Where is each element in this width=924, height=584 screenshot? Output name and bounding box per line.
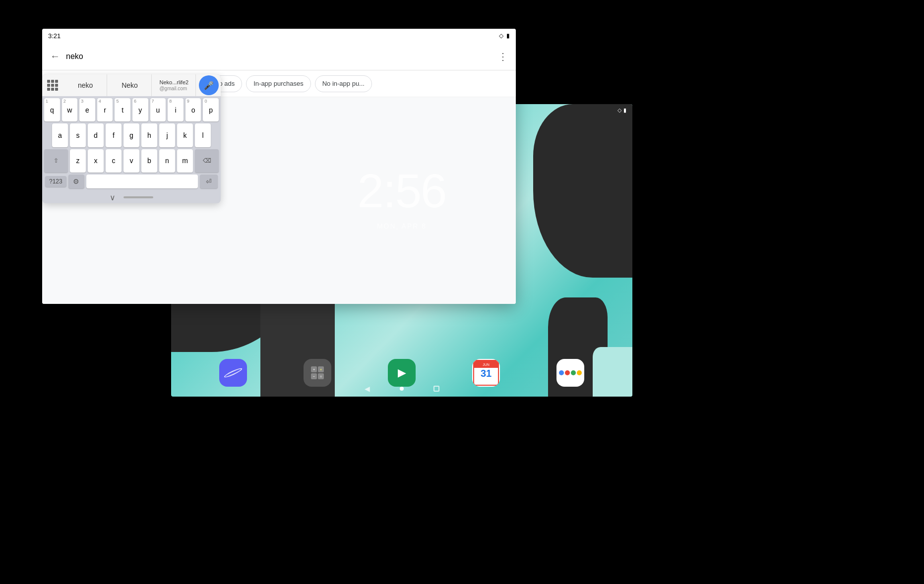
lockscreen-status-icons: ◇ ▮ [617,107,626,114]
keyboard-bottom-row: ?123 ⚙ ⏎ [42,173,221,191]
keyboard-suggestions: neko Neko Neko...rlife2@gmail.com 🎤 [42,74,221,96]
key-y[interactable]: 6y [132,98,148,121]
key-backspace[interactable]: ⌫ [195,149,219,173]
connection-icon: ◇ [617,107,621,114]
dock-icon-play-games[interactable]: ▶ [388,359,416,387]
key-enter[interactable]: ⏎ [200,175,218,188]
key-sym[interactable]: ?123 [45,176,66,187]
keyboard-panel: neko Neko Neko...rlife2@gmail.com 🎤 1q 2… [42,74,221,203]
suggestion-account[interactable]: Neko...rlife2@gmail.com [153,74,196,96]
key-row-2: a s d f g h j k l [44,123,219,147]
battery-icon-play: ▮ [506,32,510,39]
grid-icon [47,80,58,91]
connection-icon-play: ◇ [499,32,503,39]
key-shift[interactable]: ⇧ [44,149,68,173]
wallpaper-blob-3 [533,104,632,278]
dock-icon-saturn[interactable] [219,359,247,387]
key-r[interactable]: 4r [97,98,113,121]
key-settings[interactable]: ⚙ [68,175,84,188]
key-j[interactable]: j [159,123,175,147]
key-w[interactable]: 2w [62,98,78,121]
key-g[interactable]: g [123,123,139,147]
key-i[interactable]: 8i [168,98,184,121]
more-menu-button[interactable]: ⋮ [498,51,508,62]
mic-button[interactable]: 🎤 [199,75,219,95]
lockscreen-status-bar: 2:56 ◇ ▮ [171,104,632,116]
key-x[interactable]: x [88,149,104,173]
key-b[interactable]: b [141,149,157,173]
key-l[interactable]: l [195,123,211,147]
key-f[interactable]: f [106,123,122,147]
key-e[interactable]: 3e [79,98,95,121]
key-v[interactable]: v [123,149,139,173]
clock-time: 2:56 [358,164,446,218]
back-nav-arrow[interactable]: ◀ [365,385,370,393]
filter-chip-in-app[interactable]: In-app purchases [246,75,310,92]
suggestion-neko[interactable]: neko [64,74,107,96]
key-row-1: 1q 2w 3e 4r 5t 6y 7u 8i 9o 0p [44,98,219,121]
key-m[interactable]: m [177,149,193,173]
key-p[interactable]: 0p [203,98,219,121]
key-c[interactable]: c [106,149,122,173]
lockscreen-clock: 2:56 MON, APR 8 [358,164,446,230]
key-s[interactable]: s [70,123,86,147]
key-n[interactable]: n [159,149,175,173]
key-h[interactable]: h [141,123,157,147]
lockscreen-nav-bar: ◀ [171,385,632,393]
play-store-status-bar: 3:21 ◇ ▮ [42,29,516,43]
keyboard-key-rows: 1q 2w 3e 4r 5t 6y 7u 8i 9o 0p a s d f g … [42,96,221,173]
dock-icon-assistant[interactable] [556,359,584,387]
key-space[interactable] [86,175,198,188]
key-k[interactable]: k [177,123,193,147]
key-row-3: ⇧ z x c v b n m ⌫ [44,149,219,173]
key-t[interactable]: 5t [115,98,130,121]
play-store-toolbar: ← neko ⋮ [42,43,516,70]
keyboard-grid-icon[interactable] [42,75,63,96]
mic-icon: 🎤 [204,81,214,90]
key-q[interactable]: 1q [44,98,60,121]
key-z[interactable]: z [70,149,86,173]
keyboard-collapse-row[interactable]: ∨ [42,191,221,203]
clock-date: MON, APR 8 [358,222,446,230]
collapse-bar [123,196,153,198]
key-d[interactable]: d [88,123,104,147]
recents-button[interactable] [433,386,439,392]
home-dot[interactable] [400,387,404,391]
dock-icon-calculator[interactable]: + × − = [304,359,331,387]
suggestion-neko-cap[interactable]: Neko [108,74,151,96]
dock-icon-calendar[interactable]: JUN 31 [472,359,500,387]
collapse-chevron[interactable]: ∨ [110,193,116,202]
filter-chip-no-in-app[interactable]: No in-app pu... [315,75,372,92]
status-time: 3:21 [48,32,61,40]
status-icons-right: ◇ ▮ [499,32,510,39]
key-u[interactable]: 7u [150,98,166,121]
back-button[interactable]: ← [50,51,60,62]
key-o[interactable]: 9o [185,98,201,121]
search-query[interactable]: neko [66,52,492,61]
key-a[interactable]: a [52,123,68,147]
battery-icon: ▮ [623,107,626,114]
app-dock: + × − = ▶ JUN 31 [171,359,632,387]
